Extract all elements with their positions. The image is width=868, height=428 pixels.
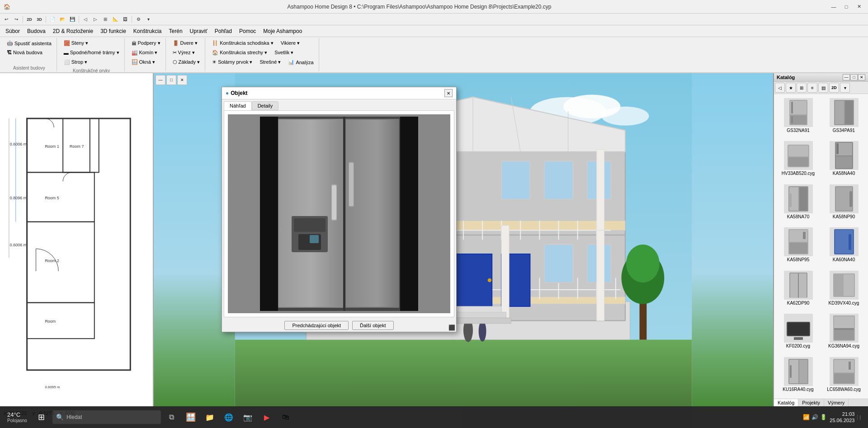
menu-upravit[interactable]: Upraviť xyxy=(186,27,211,35)
qb-save[interactable]: 💾 xyxy=(68,15,77,24)
view-minimize[interactable]: — xyxy=(156,75,165,85)
tray-volume[interactable]: 🔊 xyxy=(811,414,818,420)
cat-2d-btn[interactable]: 2D xyxy=(829,83,839,93)
catalog-item-GS34PA91[interactable]: GS34PA91 xyxy=(821,96,866,138)
taskbar-search[interactable]: 🔍 Hledat xyxy=(52,410,161,424)
btn-dvere[interactable]: 🚪 Dvere ▾ xyxy=(170,39,201,47)
taskbar-app-camera[interactable]: 📷 xyxy=(240,409,256,425)
menu-3d[interactable]: 3D funkcie xyxy=(97,27,130,35)
btn-vyrez[interactable]: ✂ Výrez ▾ xyxy=(170,48,198,57)
menu-ashampoo[interactable]: Moje Ashampoo xyxy=(259,27,306,35)
catalog-item-KG36NA94[interactable]: KG36NA94.cyg xyxy=(821,311,866,353)
catalog-minimize-btn[interactable]: — xyxy=(843,74,850,80)
tray-network[interactable]: 📶 xyxy=(803,414,810,420)
catalog-item-KA58NA70[interactable]: KA58NA70 xyxy=(776,182,821,224)
btn-konstrukcia-schodiska[interactable]: 🪜 Konštrukcia schodiska ▾ xyxy=(209,39,277,47)
catalog-item-LC658WA60[interactable]: LC658WA60.cyg xyxy=(821,355,866,397)
btn-komin[interactable]: 🏭 Komín ▾ xyxy=(128,48,161,57)
qb-rotate-right[interactable]: ▷ xyxy=(91,15,100,24)
dialog-title-bar[interactable]: ● Objekt ✕ xyxy=(222,87,456,99)
qb-2d[interactable]: 2D xyxy=(25,15,34,24)
menu-pomoc[interactable]: Pomoc xyxy=(236,27,259,35)
btn-okna[interactable]: 🪟 Okná ▾ xyxy=(128,58,158,66)
time-display[interactable]: 21:03 25.06.2023 xyxy=(830,411,854,424)
catalog-item-GS32NA91[interactable]: GS32NA91 xyxy=(776,96,821,138)
catalog-item-HV33AB520[interactable]: HV33AB520.cyg xyxy=(776,139,821,181)
qb-3d[interactable]: 3D xyxy=(35,15,44,24)
menu-teren[interactable]: Terén xyxy=(165,27,186,35)
qb-new[interactable]: 📄 xyxy=(48,15,57,24)
catalog-item-KA58NP90[interactable]: KA58NP90 xyxy=(821,182,866,224)
qb-measure[interactable]: 📐 xyxy=(111,15,120,24)
btn-vikiere[interactable]: Vikiere ▾ xyxy=(278,39,303,47)
menu-pohlad[interactable]: Pohľad xyxy=(211,27,236,35)
menu-2d[interactable]: 2D & Rozloženie xyxy=(49,27,97,35)
btn-steny[interactable]: 🧱 Steny ▾ xyxy=(61,39,91,47)
close-button[interactable]: ✕ xyxy=(854,2,864,11)
dialog-close-button[interactable]: ✕ xyxy=(444,89,453,97)
minimize-button[interactable]: — xyxy=(828,2,839,11)
btn-spodne-horne-tramy[interactable]: ▬ Spodné/horné trámy ▾ xyxy=(61,48,123,57)
cat-view3-btn[interactable]: ▤ xyxy=(818,83,828,93)
cat-view1-btn[interactable]: ⊞ xyxy=(797,83,807,93)
qb-arrow-down[interactable]: ▾ xyxy=(144,15,153,24)
view-restore[interactable]: □ xyxy=(166,75,176,85)
taskbar-app-store[interactable]: 🛍 xyxy=(278,409,294,425)
dialog-tab-detaily[interactable]: Detaily xyxy=(252,101,279,110)
taskbar-app-edge[interactable]: 🌐 xyxy=(221,409,237,425)
svg-point-20 xyxy=(601,107,649,126)
btn-konstrukcia-strechy[interactable]: 🏠 Konštrukcia strechy ▾ xyxy=(209,48,270,57)
catalog-item-KA58NP95[interactable]: KA58NP95 xyxy=(776,225,821,267)
prev-object-button[interactable]: Predchádzajúci objekt xyxy=(284,321,349,330)
cat-tab-katalog[interactable]: Katalóg xyxy=(774,399,798,406)
menu-subor[interactable]: Súbor xyxy=(2,27,24,35)
catalog-close-btn[interactable]: ✕ xyxy=(858,74,865,80)
tray-battery[interactable]: 🔋 xyxy=(820,414,827,420)
qb-open[interactable]: 📂 xyxy=(58,15,67,24)
btn-strop[interactable]: ⬜ GS32NA91 Strop ▾ xyxy=(61,58,90,66)
cat-back-btn[interactable]: ◁ xyxy=(775,83,785,93)
btn-stresne[interactable]: Strešné ▾ xyxy=(256,58,284,66)
cat-tab-vymery[interactable]: Výmery xyxy=(824,399,849,406)
btn-analyza[interactable]: 📊 Analýza xyxy=(285,58,316,66)
taskbar-app-youtube[interactable]: ▶ xyxy=(259,409,275,425)
task-view-button[interactable]: ⧉ xyxy=(164,409,180,425)
menu-konstrukcia[interactable]: Konštrukcia xyxy=(130,27,165,35)
btn-solarny-prvok[interactable]: ☀ Solárny prvok ▾ xyxy=(209,58,255,66)
qb-redo[interactable]: ↪ xyxy=(12,15,21,24)
btn-zaklady[interactable]: ⬡ Základy ▾ xyxy=(170,58,203,66)
3d-view-panel[interactable]: — □ ✕ ● Objekt ✕ Náhľad Detaily xyxy=(154,73,773,406)
cat-tab-projekty[interactable]: Projekty xyxy=(798,399,824,406)
catalog-item-KA62DP90[interactable]: KA62DP90 xyxy=(776,268,821,310)
btn-svetlik[interactable]: Svetlík ▾ xyxy=(271,48,297,57)
cat-star-btn[interactable]: ★ xyxy=(786,83,796,93)
qb-grid[interactable]: ⊞ xyxy=(101,15,110,24)
cat-arrow-btn[interactable]: ▾ xyxy=(840,83,850,93)
view-close[interactable]: ✕ xyxy=(177,75,187,85)
catalog-item-KU16RA40[interactable]: KU16RA40.cyg xyxy=(776,355,821,397)
catalog-restore-btn[interactable]: □ xyxy=(850,74,858,80)
taskbar-app-files[interactable]: 📁 xyxy=(202,409,218,425)
qb-render[interactable]: 🖼 xyxy=(121,15,130,24)
menu-budova[interactable]: Budova xyxy=(24,27,49,35)
dialog-tab-nahlad[interactable]: Náhľad xyxy=(224,101,252,110)
show-desktop-btn[interactable]: | xyxy=(857,415,861,420)
btn-podpery[interactable]: 🏛 Podpery ▾ xyxy=(128,39,164,47)
btn-spustit-asistenta[interactable]: 🤖 Spustiť asistenta xyxy=(4,39,55,47)
start-button[interactable]: ⊞ xyxy=(33,409,50,425)
cat-view2-btn[interactable]: ≡ xyxy=(807,83,817,93)
svg-rect-92 xyxy=(400,117,418,311)
qb-settings[interactable]: ⚙ xyxy=(134,15,143,24)
qb-undo[interactable]: ↩ xyxy=(2,15,11,24)
btn-nova-budova[interactable]: 🏗 Nová budova xyxy=(4,48,46,56)
dialog-resize-handle[interactable]: ⬛ xyxy=(448,325,455,331)
catalog-item-KF0200[interactable]: KF0200.cyg xyxy=(776,311,821,353)
floorplan-svg[interactable]: 0.6006 m 0.8096 m 0.6006 m Room 1 Room 7… xyxy=(0,73,153,406)
next-object-button[interactable]: Ďalší objekt xyxy=(352,321,393,330)
taskbar-app-windows[interactable]: 🪟 xyxy=(183,409,199,425)
catalog-item-KD39VX40[interactable]: KD39VX40.cyg xyxy=(821,268,866,310)
qb-rotate-left[interactable]: ◁ xyxy=(81,15,90,24)
maximize-button[interactable]: □ xyxy=(841,2,852,11)
catalog-item-KA60NA40[interactable]: KA60NA40 xyxy=(821,225,866,267)
catalog-item-KA58NA40[interactable]: KA58NA40 xyxy=(821,139,866,181)
